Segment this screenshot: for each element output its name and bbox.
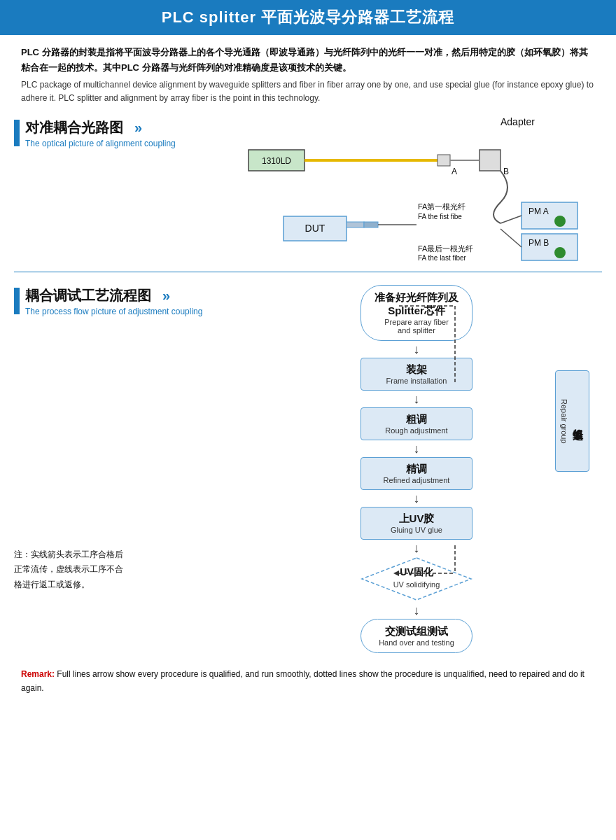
- svg-rect-12: [364, 222, 378, 227]
- remark-en-section: Remark: Full lines arrow show every proc…: [0, 653, 616, 700]
- optical-left: 对准耦合光路图 » The optical picture of alignme…: [14, 111, 231, 267]
- step-handover-cn: 交测试组测试: [368, 625, 465, 638]
- svg-text:FA第一根光纤: FA第一根光纤: [418, 202, 465, 211]
- flow-title-cn: 耦合调试工艺流程图: [25, 286, 151, 305]
- step-glue-box: 上UV胶 Gluing UV glue: [360, 507, 472, 540]
- flow-header: 耦合调试工艺流程图 » The process flow picture of …: [14, 286, 224, 316]
- svg-text:A: A: [451, 167, 457, 176]
- repair-group: 返修组 Repair group: [550, 370, 595, 475]
- intro-en: PLC package of multichannel device align…: [21, 78, 595, 105]
- step-glue-en: Gluing UV glue: [368, 526, 465, 534]
- step-rough-en: Rough adjustment: [368, 426, 465, 435]
- step-glue: 上UV胶 Gluing UV glue: [360, 507, 472, 540]
- intro-cn: PLC 分路器的封装是指将平面波导分路器上的各个导光通路（即波导通路）与光纤阵列…: [21, 45, 595, 76]
- svg-text:1310LD: 1310LD: [262, 156, 291, 166]
- svg-rect-11: [346, 222, 364, 227]
- arrow2: ↓: [414, 393, 420, 405]
- svg-text:FA最后一根光纤: FA最后一根光纤: [418, 244, 473, 253]
- step-uv-diamond-svg: UV固化 UV solidifying: [360, 556, 472, 602]
- page-title: PLC splitter 平面光波导分路器工艺流程: [0, 0, 616, 35]
- step-prepare-en: Prepare array fiberand splitter: [368, 318, 465, 335]
- remark-en-rest: Full lines arrow show every procedure is…: [21, 669, 584, 693]
- flow-double-arrow-icon: »: [162, 288, 170, 304]
- optical-section-row: 对准耦合光路图 » The optical picture of alignme…: [0, 111, 616, 267]
- step-rough: 粗调 Rough adjustment: [360, 407, 472, 440]
- svg-point-20: [554, 216, 566, 227]
- optical-header: 对准耦合光路图 » The optical picture of alignme…: [14, 118, 224, 148]
- svg-marker-26: [362, 558, 471, 600]
- intro-section: PLC 分路器的封装是指将平面波导分路器上的各个导光通路（即波导通路）与光纤阵列…: [0, 35, 616, 111]
- step-handover-box: 交测试组测试 Hand over and testing: [360, 619, 472, 653]
- arrow5: ↓: [414, 542, 420, 554]
- svg-text:Adapter: Adapter: [500, 116, 535, 127]
- step-refined-en: Refined adjustment: [368, 476, 465, 484]
- optical-diagram-svg: Adapter 1310LD A B DUT: [231, 111, 602, 265]
- svg-line-25: [500, 229, 522, 247]
- arrow4: ↓: [414, 492, 420, 505]
- flow-left: 耦合调试工艺流程图 » The process flow picture of …: [14, 279, 231, 653]
- flowchart-wrapper: 准备好光纤阵列及Splitter芯件 Prepare array fiberan…: [231, 279, 602, 653]
- remark-en: Remark: Full lines arrow show every proc…: [21, 667, 595, 696]
- svg-text:FA the last fiber: FA the last fiber: [418, 254, 467, 262]
- step-frame-en: Frame installation: [368, 377, 465, 385]
- step-uv-diamond-wrapper: UV固化 UV solidifying: [360, 556, 472, 602]
- repair-box: 返修组 Repair group: [555, 370, 589, 472]
- step-frame-cn: 装架: [368, 363, 465, 377]
- flow-right: 准备好光纤阵列及Splitter芯件 Prepare array fiberan…: [231, 279, 602, 653]
- step-prepare: 准备好光纤阵列及Splitter芯件 Prepare array fiberan…: [360, 285, 472, 341]
- section-bar-optical: [14, 120, 20, 146]
- optical-title-cn: 对准耦合光路图: [25, 118, 123, 137]
- optical-title-en: The optical picture of alignment couplin…: [25, 139, 176, 148]
- svg-text:PM  A: PM A: [528, 206, 549, 216]
- svg-text:DUT: DUT: [305, 223, 326, 234]
- flow-title-en: The process flow picture of adjustment c…: [25, 307, 202, 316]
- remark-bold: Remark:: [21, 669, 55, 679]
- svg-point-23: [554, 247, 566, 258]
- step-refined-cn: 精调: [368, 463, 465, 476]
- arrow6: ↓: [414, 604, 420, 617]
- step-refined: 精调 Refined adjustment: [360, 457, 472, 490]
- step-frame-box: 装架 Frame installation: [360, 358, 472, 391]
- optical-diagram-area: Adapter 1310LD A B DUT: [231, 111, 602, 267]
- arrow1: ↓: [414, 343, 420, 356]
- remark-cn: 注：实线箭头表示工序合格后正常流传，虚线表示工序不合格进行返工或返修。: [14, 547, 224, 593]
- optical-double-arrow-icon: »: [134, 120, 142, 136]
- step-rough-cn: 粗调: [368, 413, 465, 426]
- svg-text:FA the fist fibe: FA the fist fibe: [418, 213, 462, 220]
- divider-optical: [14, 272, 602, 272]
- svg-rect-4: [438, 155, 450, 166]
- step-prepare-box: 准备好光纤阵列及Splitter芯件 Prepare array fiberan…: [360, 285, 472, 341]
- svg-line-24: [500, 216, 522, 223]
- svg-text:PM  B: PM B: [528, 238, 549, 248]
- svg-text:UV solidifying: UV solidifying: [393, 580, 440, 589]
- svg-rect-5: [479, 150, 500, 171]
- section-bar-flow: [14, 288, 20, 314]
- step-glue-cn: 上UV胶: [368, 512, 465, 526]
- repair-en: Repair group: [560, 399, 568, 444]
- arrow3: ↓: [414, 442, 420, 455]
- step-prepare-cn: 准备好光纤阵列及Splitter芯件: [368, 291, 465, 318]
- step-refined-box: 精调 Refined adjustment: [360, 457, 472, 490]
- step-handover: 交测试组测试 Hand over and testing: [360, 619, 472, 653]
- remark-cn-area: 注：实线箭头表示工序合格后正常流传，虚线表示工序不合格进行返工或返修。: [14, 547, 224, 593]
- svg-text:UV固化: UV固化: [400, 566, 433, 578]
- step-rough-box: 粗调 Rough adjustment: [360, 407, 472, 440]
- step-frame: 装架 Frame installation: [360, 358, 472, 391]
- flow-section-row: 耦合调试工艺流程图 » The process flow picture of …: [0, 279, 616, 653]
- step-handover-en: Hand over and testing: [368, 638, 465, 647]
